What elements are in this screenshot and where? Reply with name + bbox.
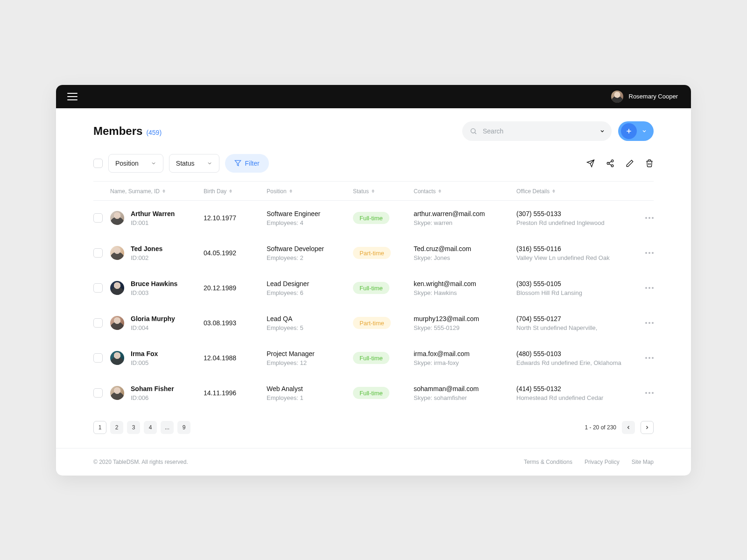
page-count: (459) (146, 129, 162, 136)
member-id: ID:003 (131, 289, 177, 296)
footer-link[interactable]: Terms & Conditions (524, 459, 572, 465)
page-button[interactable]: ... (161, 421, 174, 434)
member-employees: Employees: 5 (267, 324, 353, 331)
avatar (110, 386, 124, 400)
page-button[interactable]: 9 (177, 421, 190, 434)
member-name: Gloria Murphy (131, 315, 175, 322)
table-row: Bruce Hawkins ID:003 20.12.1989 Lead Des… (93, 271, 654, 306)
row-more-button[interactable] (633, 392, 654, 394)
col-contacts[interactable]: Contacts (414, 188, 516, 195)
member-birth: 20.12.1989 (204, 284, 267, 292)
col-office[interactable]: Office Details (516, 188, 633, 195)
row-more-button[interactable] (633, 357, 654, 359)
status-select[interactable]: Status (169, 154, 219, 173)
member-name: Irma Fox (131, 350, 158, 357)
page-title: Members (93, 125, 142, 138)
menu-icon[interactable] (67, 93, 78, 100)
pagination: 1234...9 1 - 20 of 230 (93, 411, 654, 448)
member-address: Homestead Rd undefined Cedar (516, 394, 633, 401)
row-more-button[interactable] (633, 252, 654, 254)
member-birth: 03.08.1993 (204, 319, 267, 327)
table-row: Gloria Murphy ID:004 03.08.1993 Lead QA … (93, 306, 654, 341)
action-icons (586, 159, 654, 168)
col-position[interactable]: Position (267, 188, 353, 195)
members-table: Name, Surname, ID Birth Day Position Sta… (93, 181, 654, 411)
row-more-button[interactable] (633, 217, 654, 219)
col-birth[interactable]: Birth Day (204, 188, 267, 195)
footer-link[interactable]: Privacy Policy (585, 459, 620, 465)
row-checkbox[interactable] (93, 248, 103, 258)
member-phone: (704) 555-0127 (516, 315, 633, 322)
position-select[interactable]: Position (108, 154, 163, 173)
page-button[interactable]: 1 (93, 421, 106, 434)
member-position: Web Analyst (267, 385, 353, 392)
row-checkbox[interactable] (93, 283, 103, 293)
row-checkbox[interactable] (93, 388, 103, 398)
page-button[interactable]: 2 (110, 421, 123, 434)
member-id: ID:004 (131, 324, 175, 331)
member-position: Lead Designer (267, 280, 353, 287)
filter-label: Filter (245, 160, 260, 167)
avatar (110, 246, 124, 260)
filter-row: Position Status Filter (93, 154, 654, 173)
row-checkbox[interactable] (93, 318, 103, 328)
search-field[interactable] (462, 121, 612, 141)
member-birth: 12.10.1977 (204, 214, 267, 222)
topbar: Rosemary Cooper (56, 85, 691, 108)
row-more-button[interactable] (633, 322, 654, 324)
member-birth: 14.11.1996 (204, 389, 267, 397)
row-checkbox[interactable] (93, 213, 103, 223)
search-dropdown[interactable] (599, 128, 605, 134)
member-address: North St undefined Naperville, (516, 324, 633, 331)
member-email: murphy123@mail.com (414, 315, 516, 322)
member-birth: 12.04.1988 (204, 354, 267, 362)
search-input[interactable] (483, 127, 590, 135)
member-address: Preston Rd undefined Inglewood (516, 219, 633, 226)
user-profile[interactable]: Rosemary Cooper (611, 91, 678, 103)
page-range: 1 - 20 of 230 (585, 424, 616, 431)
chevron-down-icon (207, 161, 212, 166)
chevron-down-icon (641, 128, 647, 134)
member-employees: Employees: 4 (267, 219, 353, 226)
member-phone: (414) 555-0132 (516, 385, 633, 392)
page-button[interactable]: 4 (144, 421, 157, 434)
footer-copyright: © 2020 TableDSM. All rights reserved. (93, 459, 188, 465)
member-skype: Skype: warren (414, 219, 516, 226)
prev-page-button[interactable] (622, 421, 635, 434)
member-employees: Employees: 1 (267, 394, 353, 401)
edit-icon[interactable] (626, 159, 634, 168)
avatar (110, 351, 124, 365)
footer: © 2020 TableDSM. All rights reserved. Te… (56, 448, 691, 476)
svg-line-11 (609, 164, 611, 165)
send-icon[interactable] (586, 159, 595, 168)
delete-icon[interactable] (645, 159, 654, 168)
table-row: Soham Fisher ID:006 14.11.1996 Web Analy… (93, 376, 654, 411)
position-label: Position (115, 160, 139, 167)
share-icon[interactable] (606, 159, 614, 168)
member-id: ID:002 (131, 254, 162, 261)
avatar (611, 91, 623, 103)
member-id: ID:001 (131, 219, 175, 226)
member-address: Valley View Ln undefined Red Oak (516, 254, 633, 261)
row-checkbox[interactable] (93, 353, 103, 363)
svg-line-10 (609, 161, 611, 162)
row-more-button[interactable] (633, 287, 654, 289)
col-name[interactable]: Name, Surname, ID (110, 188, 204, 195)
member-email: Ted.cruz@mail.com (414, 245, 516, 252)
next-page-button[interactable] (641, 421, 654, 434)
filter-button[interactable]: Filter (225, 154, 269, 173)
member-id: ID:005 (131, 359, 158, 366)
member-email: ken.wright@mail.com (414, 280, 516, 287)
col-status[interactable]: Status (353, 188, 414, 195)
add-button[interactable] (618, 121, 654, 141)
member-phone: (316) 555-0116 (516, 245, 633, 252)
page-button[interactable]: 3 (127, 421, 140, 434)
table-row: Irma Fox ID:005 12.04.1988 Project Manag… (93, 341, 654, 376)
status-badge: Part-time (353, 247, 391, 259)
member-name: Soham Fisher (131, 385, 174, 392)
avatar (110, 281, 124, 295)
avatar (110, 211, 124, 225)
footer-link[interactable]: Site Map (632, 459, 654, 465)
select-all-checkbox[interactable] (93, 159, 103, 168)
member-email: irma.fox@mail.com (414, 350, 516, 357)
